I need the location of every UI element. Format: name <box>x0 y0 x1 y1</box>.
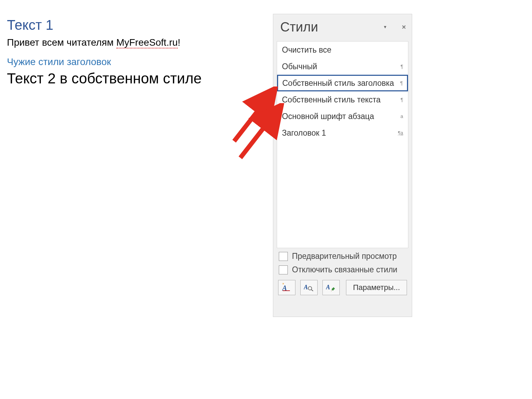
style-marker: a <box>400 114 403 119</box>
style-marker: ¶ <box>400 80 403 86</box>
preview-checkbox[interactable] <box>279 252 288 261</box>
styles-list: Очистить все Обычный ¶ Собственный стиль… <box>277 41 408 248</box>
disable-linked-checkbox-label: Отключить связанные стили <box>292 265 397 274</box>
style-label: Обычный <box>282 62 317 71</box>
preview-checkbox-label: Предварительный просмотр <box>292 252 397 261</box>
style-label: Собственный стиль заголовка <box>282 79 394 88</box>
document-area: Текст 1 Привет всем читателям MyFreeSoft… <box>7 17 270 87</box>
style-label: Очистить все <box>282 45 331 55</box>
style-item-custom-heading[interactable]: Собственный стиль заголовка ¶ <box>277 75 408 91</box>
subheading[interactable]: Чужие стили заголовок <box>7 56 270 67</box>
style-item-normal[interactable]: Обычный ¶ <box>277 58 408 75</box>
options-button[interactable]: Параметры... <box>346 280 407 295</box>
style-item-default-paragraph-font[interactable]: Основной шрифт абзаца a <box>277 108 408 125</box>
heading-1[interactable]: Текст 1 <box>7 17 270 33</box>
manage-styles-button[interactable]: A <box>322 280 340 295</box>
styles-pane: Стили ▼ × Очистить все Обычный ¶ Собстве… <box>273 14 412 317</box>
body-paragraph[interactable]: Привет всем читателям MyFreeSoft.ru! <box>7 37 270 48</box>
close-icon[interactable]: × <box>399 22 409 32</box>
pane-title: Стили <box>280 20 380 35</box>
style-inspector-icon: A <box>304 282 314 293</box>
svg-text:A: A <box>326 284 330 291</box>
preview-checkbox-row[interactable]: Предварительный просмотр <box>273 250 412 263</box>
svg-line-5 <box>234 91 273 141</box>
style-item-custom-text[interactable]: Собственный стиль текста ¶ <box>277 91 408 108</box>
body-text-prefix: Привет всем читателям <box>7 37 116 48</box>
pane-header: Стили ▼ × <box>273 14 412 40</box>
body-text-suffix: ! <box>178 37 180 48</box>
options-button-label: Параметры... <box>353 283 400 292</box>
style-label: Заголовок 1 <box>282 128 326 138</box>
svg-text:A: A <box>282 284 287 291</box>
style-item-heading-1[interactable]: Заголовок 1 ¶a <box>277 125 408 141</box>
style-marker: ¶a <box>398 130 403 136</box>
style-marker: ¶ <box>400 64 403 69</box>
disable-linked-checkbox[interactable] <box>279 265 288 274</box>
spellcheck-error[interactable]: MyFreeSoft.ru <box>116 37 178 48</box>
custom-style-paragraph[interactable]: Текст 2 в собственном стиле <box>7 70 270 87</box>
pane-footer: ✶ A A A <box>273 276 412 299</box>
svg-text:A: A <box>304 284 308 291</box>
new-style-icon: ✶ A <box>282 282 292 293</box>
style-marker: ¶ <box>400 97 403 102</box>
style-label: Основной шрифт абзаца <box>282 112 374 121</box>
style-item-clear-all[interactable]: Очистить все <box>277 42 408 58</box>
manage-styles-icon: A <box>326 282 336 293</box>
new-style-button[interactable]: ✶ A <box>278 280 295 295</box>
pane-dropdown-icon[interactable]: ▼ <box>380 22 390 32</box>
disable-linked-checkbox-row[interactable]: Отключить связанные стили <box>273 263 412 276</box>
style-inspector-button[interactable]: A <box>300 280 318 295</box>
svg-point-3 <box>308 287 312 290</box>
style-label: Собственный стиль текста <box>282 95 381 105</box>
